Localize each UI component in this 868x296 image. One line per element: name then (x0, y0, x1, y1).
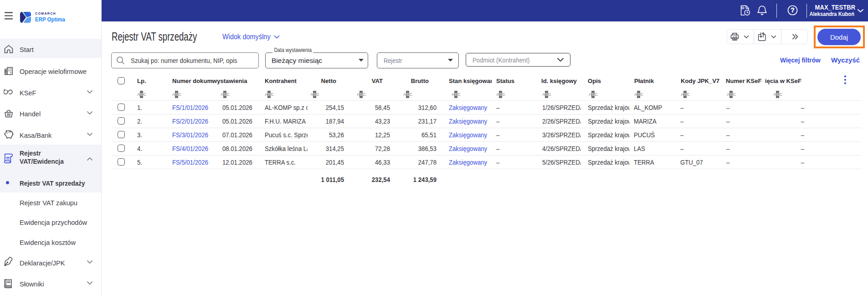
svg-text:?: ? (791, 6, 795, 14)
